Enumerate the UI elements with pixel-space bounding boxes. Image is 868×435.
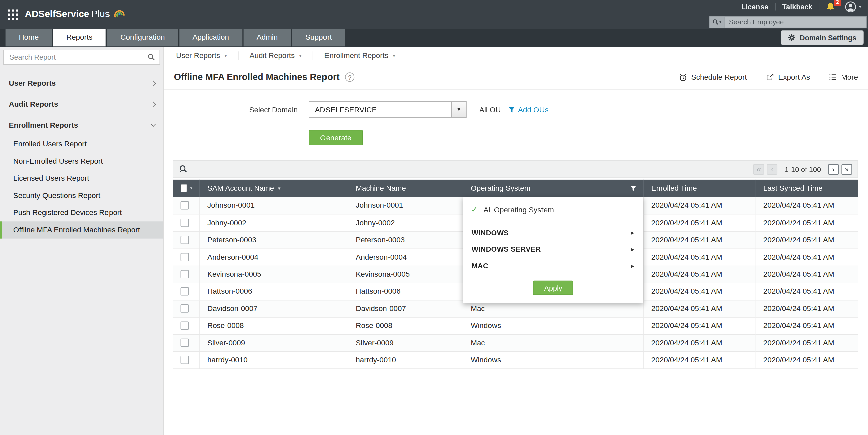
os-option-list: WINDOWS ▸ WINDOWS SERVER ▸ MAC ▸: [463, 224, 643, 274]
enrolled-time-cell: 2020/04/24 05:41 AM: [643, 248, 755, 266]
table-row: harrdy-0010 harrdy-0010 Windows 2020/04/…: [173, 351, 858, 368]
dropdown-arrow-icon[interactable]: ▼: [451, 102, 466, 117]
sidebar-item[interactable]: Non-Enrolled Users Report: [0, 153, 163, 170]
domain-select-value: ADSELFSERVICE: [309, 105, 451, 114]
page-title: Offline MFA Enrolled Machines Report: [174, 72, 340, 83]
pagination-prev-button[interactable]: ‹: [767, 164, 778, 175]
col-header-select: ▾: [173, 180, 199, 197]
os-option[interactable]: MAC ▸: [463, 257, 643, 274]
checkbox-cell: [173, 214, 199, 231]
sam-account-cell: Anderson-0004: [199, 248, 347, 266]
row-checkbox[interactable]: [181, 356, 189, 364]
pagination-next-button[interactable]: ›: [828, 164, 839, 175]
col-header-machine[interactable]: Machine Name: [347, 180, 463, 197]
sidebar-section[interactable]: Audit Reports: [0, 93, 163, 114]
os-option-label: WINDOWS SERVER: [472, 245, 541, 253]
export-icon: [766, 73, 774, 81]
pagination-first-button[interactable]: «: [753, 164, 764, 175]
row-checkbox[interactable]: [181, 339, 189, 347]
generate-button[interactable]: Generate: [309, 130, 363, 145]
nav-tab[interactable]: Home: [6, 29, 52, 46]
os-filter-funnel-icon[interactable]: [630, 185, 636, 192]
row-checkbox[interactable]: [181, 219, 189, 227]
report-category-label: Audit Reports: [250, 52, 295, 60]
report-category-tab[interactable]: Enrollment Reports ▾: [313, 51, 406, 60]
help-icon[interactable]: ?: [345, 72, 354, 82]
col-header-sam[interactable]: SAM Account Name▾: [199, 180, 347, 197]
row-checkbox[interactable]: [181, 305, 189, 313]
sidebar-item[interactable]: Security Questions Report: [0, 187, 163, 204]
row-checkbox[interactable]: [181, 201, 189, 210]
row-checkbox[interactable]: [181, 322, 189, 330]
all-os-option[interactable]: ✓ All Operating System: [463, 199, 643, 221]
report-category-tab[interactable]: Audit Reports ▾: [238, 51, 313, 60]
report-search: [3, 50, 160, 65]
report-category-tab[interactable]: User Reports ▾: [165, 51, 238, 60]
pagination-last-button[interactable]: »: [841, 164, 852, 175]
nav-tab[interactable]: Support: [292, 29, 345, 46]
ou-scope-label: All OU: [479, 105, 501, 114]
domain-select[interactable]: ADSELFSERVICE ▼: [309, 101, 467, 118]
row-checkbox[interactable]: [181, 253, 189, 262]
sort-caret-icon: ▾: [278, 186, 281, 191]
sidebar-item[interactable]: Licensed Users Report: [0, 170, 163, 187]
col-header-synced[interactable]: Last Synced Time: [755, 180, 858, 197]
product-suffix: Plus: [91, 9, 110, 20]
checkbox-cell: [173, 300, 199, 317]
checkbox-cell: [173, 317, 199, 334]
sidebar-section-label: Audit Reports: [9, 100, 58, 108]
sidebar-item[interactable]: Enrolled Users Report: [0, 135, 163, 153]
column-search-icon[interactable]: [179, 165, 188, 174]
last-synced-cell: 2020/04/24 05:41 AM: [755, 248, 858, 266]
notifications-button[interactable]: 2: [826, 2, 835, 11]
nav-tab[interactable]: Admin: [243, 29, 291, 46]
ou-filter-funnel-icon[interactable]: [508, 106, 516, 113]
nav-tab[interactable]: Reports: [53, 29, 106, 46]
sidebar-section[interactable]: Enrollment Reports: [0, 114, 163, 135]
nav-tab[interactable]: Application: [179, 29, 242, 46]
caret-down-icon[interactable]: ▾: [190, 186, 193, 191]
row-checkbox[interactable]: [181, 236, 189, 244]
search-icon[interactable]: ▾: [710, 16, 725, 27]
os-option[interactable]: WINDOWS SERVER ▸: [463, 240, 643, 257]
row-checkbox[interactable]: [181, 270, 189, 278]
sidebar-item-label: Push Registered Devices Report: [13, 208, 122, 217]
report-search-input[interactable]: [3, 50, 160, 65]
talkback-link[interactable]: Talkback: [782, 2, 813, 11]
user-menu-button[interactable]: ▾: [845, 1, 861, 12]
sidebar-section[interactable]: User Reports: [0, 72, 163, 93]
last-synced-cell: 2020/04/24 05:41 AM: [755, 334, 858, 351]
product-logo[interactable]: ADSelfServicePlus: [25, 8, 126, 20]
logo-swoosh-icon: [113, 8, 126, 20]
select-all-checkbox[interactable]: [181, 184, 188, 193]
enrolled-time-cell: 2020/04/24 05:41 AM: [643, 300, 755, 317]
sidebar-item-label: Non-Enrolled Users Report: [13, 157, 103, 165]
nav-tab[interactable]: Configuration: [107, 29, 178, 46]
more-button[interactable]: More: [829, 73, 858, 81]
last-synced-cell: 2020/04/24 05:41 AM: [755, 231, 858, 248]
os-filter-panel: ✓ All Operating System WINDOWS ▸ WINDOWS…: [463, 197, 643, 303]
add-ous-link[interactable]: Add OUs: [518, 105, 549, 114]
sam-account-cell: Davidson-0007: [199, 300, 347, 317]
checkbox-cell: [173, 266, 199, 282]
app-launcher-icon[interactable]: [8, 9, 18, 20]
alarm-clock-icon: [679, 73, 688, 82]
schedule-report-button[interactable]: Schedule Report: [679, 73, 747, 82]
search-icon[interactable]: [147, 53, 155, 61]
row-checkbox[interactable]: [181, 287, 189, 296]
last-synced-cell: 2020/04/24 05:41 AM: [755, 317, 858, 334]
license-link[interactable]: License: [741, 2, 768, 11]
col-header-os[interactable]: Operating System: [463, 180, 643, 197]
checkbox-cell: [173, 282, 199, 300]
checkbox-cell: [173, 334, 199, 351]
os-option[interactable]: WINDOWS ▸: [463, 224, 643, 241]
select-domain-label: Select Domain: [164, 105, 298, 114]
domain-settings-button[interactable]: Domain Settings: [781, 30, 864, 45]
sidebar-item[interactable]: Push Registered Devices Report: [0, 204, 163, 221]
enrolled-time-cell: 2020/04/24 05:41 AM: [643, 197, 755, 214]
export-as-button[interactable]: Export As: [766, 73, 810, 81]
sidebar-item[interactable]: Offline MFA Enrolled Machines Report: [0, 221, 163, 238]
col-header-enrolled[interactable]: Enrolled Time: [643, 180, 755, 197]
apply-button[interactable]: Apply: [533, 280, 573, 295]
employee-search-input[interactable]: [725, 16, 866, 27]
